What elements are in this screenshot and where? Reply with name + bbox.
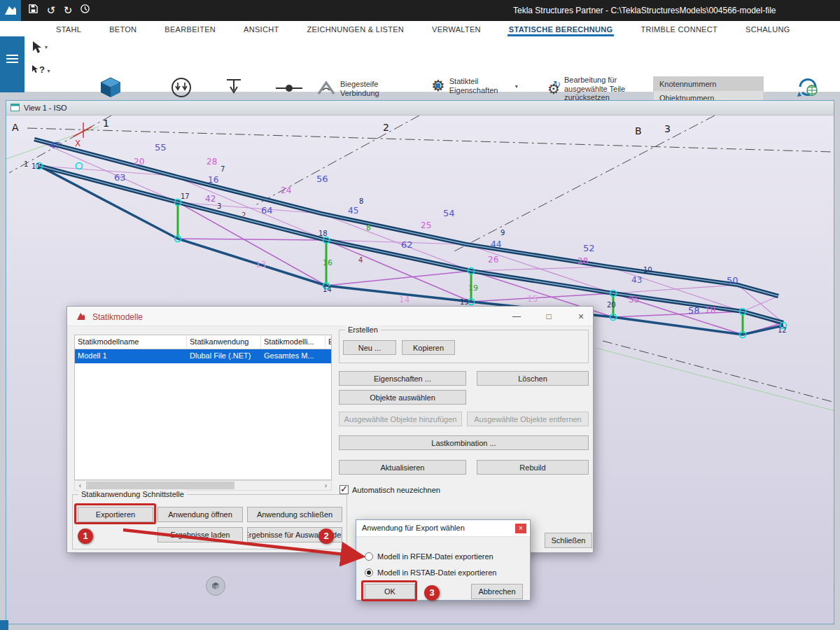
minimize-button[interactable]: — <box>503 307 531 326</box>
node-label: 44 <box>491 239 501 249</box>
node-label: 18 <box>318 230 328 237</box>
close-button[interactable]: × <box>567 307 595 326</box>
node-label: 24 <box>281 186 291 195</box>
annotation-step-3: 3 <box>424 585 440 601</box>
rebuild-button[interactable]: Rebuild <box>477 460 589 475</box>
column-header[interactable]: Statikanwendung <box>187 335 261 349</box>
node-label: 9 <box>500 229 505 237</box>
tab-schalung[interactable]: SCHALUNG <box>744 23 792 36</box>
select-tool[interactable]: ▾ <box>31 41 43 57</box>
neu-button[interactable]: Neu ... <box>343 340 396 355</box>
schliessen-button[interactable]: Schließen <box>545 533 592 548</box>
navigation-compass[interactable] <box>206 576 225 596</box>
ergebnisse-laden-button[interactable]: Ergebnisse laden <box>158 527 243 542</box>
kopieren-button[interactable]: Kopieren <box>402 340 455 355</box>
node-label: 1 <box>24 160 28 168</box>
node-label: 64 <box>261 205 273 216</box>
tab-verwalten[interactable]: VERWALTEN <box>430 23 482 36</box>
cell-modellname: Modell 1 <box>75 349 187 363</box>
app-window: ↺ ↻ Tekla Structures Partner - C:\TeklaS… <box>0 0 840 630</box>
gear-reset-icon: ⚙↻ <box>547 80 560 97</box>
node-label: 62 <box>401 239 413 250</box>
node-label: 45 <box>348 206 358 216</box>
lastkombination-button[interactable]: Lastkombination ... <box>339 435 589 450</box>
statikteil-eigenschaften-button[interactable]: ⚙ Statikteil Eigenschaften ▾ <box>431 77 518 95</box>
scroll-right-icon[interactable]: › <box>321 481 331 490</box>
maximize-button[interactable]: □ <box>535 307 563 326</box>
column-header[interactable]: Statikmodellname <box>75 335 187 349</box>
redo-icon[interactable]: ↻ <box>60 3 76 18</box>
node-label: 35 <box>629 295 639 304</box>
table-row[interactable]: Modell 1 Dlubal File (.NET) Gesamtes M..… <box>75 349 331 363</box>
node-label: 56 <box>316 174 328 184</box>
scrollbar-thumb[interactable] <box>86 482 234 489</box>
node-label: 8 <box>366 223 371 232</box>
radio-icon[interactable] <box>365 552 373 561</box>
sidebar <box>0 36 24 92</box>
rstab-radio[interactable]: Modell in RSTAB-Datei exportieren <box>365 566 496 578</box>
node-label: 2 <box>241 211 246 219</box>
chevron-down-icon[interactable]: ▾ <box>48 68 50 74</box>
tab-zeichnungen-listen[interactable]: ZEICHNUNGEN & LISTEN <box>305 23 405 36</box>
export-dialog-title: Anwendung für Export wählen <box>362 524 465 532</box>
objekte-auswaehlen-button[interactable]: Objekte auswählen <box>339 390 466 405</box>
dialog-title: Statikmodelle <box>92 312 143 322</box>
view-titlebar[interactable]: View 1 - ISO <box>6 101 834 115</box>
aktualisieren-button[interactable]: Aktualisieren <box>339 460 466 475</box>
cell-anwendung: Dlubal File (.NET) <box>187 349 261 363</box>
rfem-radio[interactable]: Modell in RFEM-Datei exportieren <box>365 550 493 562</box>
tekla-dialog-icon <box>76 312 86 325</box>
abbrechen-button[interactable]: Abbrechen <box>471 584 523 599</box>
schnittstelle-group-label: Statikanwendung Schnittstelle <box>78 490 187 498</box>
node-label: 3 <box>664 123 671 134</box>
node-marker <box>76 163 83 169</box>
radio-selected-icon[interactable] <box>365 568 373 577</box>
node-label: 26 <box>488 255 498 265</box>
column-header[interactable]: Statikmodelli... <box>261 335 326 349</box>
statikteil-eigenschaften-label: Statikteil Eigenschaften <box>449 77 511 94</box>
node-label: 1 <box>103 118 109 129</box>
knotennummern-option[interactable]: Knotennummern <box>654 77 763 91</box>
statik-modelle-icon <box>99 76 122 102</box>
browser-sync-icon <box>795 76 820 102</box>
save-icon[interactable] <box>25 3 41 18</box>
eigenschaften-button[interactable]: Eigenschaften ... <box>339 371 466 386</box>
checkbox-check-icon[interactable] <box>340 485 349 494</box>
node-label: 15 <box>527 294 538 304</box>
help-select-tool[interactable]: ? ▾ <box>31 64 50 75</box>
tab-ansicht[interactable]: ANSICHT <box>242 23 280 36</box>
history-icon[interactable] <box>77 3 92 18</box>
column-header[interactable]: E <box>326 335 331 349</box>
tab-stahl[interactable]: STAHL <box>55 23 83 36</box>
node-label: 25 <box>421 220 431 230</box>
biegesteife-verbindung-button[interactable]: Biegesteife Verbindung <box>316 78 398 99</box>
auto-redraw-checkbox[interactable]: Automatisch neuzeichnen <box>340 483 440 496</box>
node-label: 50 <box>727 275 738 286</box>
node-label: 20 <box>607 301 616 309</box>
anwendung-oeffnen-button[interactable]: Anwendung öffnen <box>158 507 243 522</box>
tab-beton[interactable]: BETON <box>108 23 138 36</box>
tab-bearbeiten[interactable]: BEARBEITEN <box>163 23 217 36</box>
node-label: 13 <box>255 260 266 270</box>
chevron-down-icon[interactable]: ▾ <box>515 83 518 90</box>
annotation-box-exportieren <box>74 503 156 524</box>
dialog-titlebar[interactable]: Statikmodelle — □ × <box>67 307 593 326</box>
loeschen-button[interactable]: Löschen <box>477 371 589 386</box>
horizontal-scrollbar[interactable]: ‹ › <box>74 480 332 491</box>
tab-trimble-connect[interactable]: TRIMBLE CONNECT <box>639 23 719 36</box>
rfem-radio-label: Modell in RFEM-Datei exportieren <box>377 552 493 561</box>
node-label: 19 <box>460 298 469 306</box>
annotation-step-2: 2 <box>318 528 334 544</box>
annotation-box-ok <box>361 580 417 601</box>
close-icon[interactable]: × <box>515 524 526 533</box>
anwendung-schliessen-button[interactable]: Anwendung schließen <box>247 507 342 522</box>
last-icon <box>223 76 244 102</box>
statikmodelle-table[interactable]: Statikmodellname Statikanwendung Statikm… <box>74 335 332 480</box>
export-dialog-titlebar[interactable]: Anwendung für Export wählen × <box>356 520 530 537</box>
tab-statische-berechnung[interactable]: STATISCHE BERECHNUNG <box>507 23 615 36</box>
undo-icon[interactable]: ↺ <box>43 3 59 18</box>
bearbeitung-zuruecksetzen-button[interactable]: ⚙↻ Bearbeitung für ausgewählte Teile zur… <box>547 76 643 102</box>
node-label: 58 <box>688 305 700 316</box>
chevron-down-icon[interactable]: ▾ <box>45 44 48 50</box>
scroll-left-icon[interactable]: ‹ <box>75 481 85 490</box>
